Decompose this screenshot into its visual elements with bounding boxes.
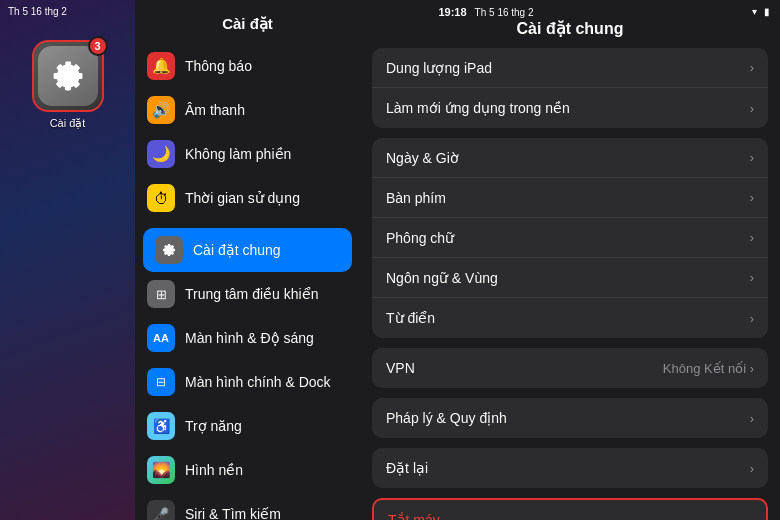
- detail-group-storage: Dung lượng iPad › Làm mới ứng dụng trong…: [372, 48, 768, 128]
- detail-content: Dung lượng iPad › Làm mới ứng dụng trong…: [360, 48, 780, 520]
- detail-item-ngon-ngu[interactable]: Ngôn ngữ & Vùng ›: [372, 258, 768, 298]
- cai-dat-chung-icon: [155, 236, 183, 264]
- khong-lam-phien-label: Không làm phiền: [185, 146, 291, 162]
- phap-ly-value: ›: [750, 411, 754, 426]
- ban-phim-label: Bàn phím: [386, 190, 446, 206]
- detail-group-language: Ngày & Giờ › Bàn phím › Phông chữ › Ngôn…: [372, 138, 768, 338]
- sidebar-item-thong-bao[interactable]: 🔔 Thông báo: [135, 44, 360, 88]
- ngon-ngu-label: Ngôn ngữ & Vùng: [386, 270, 498, 286]
- settings-items-list: 🔔 Thông báo 🔊 Âm thanh 🌙 Không làm phiền…: [135, 40, 360, 520]
- tat-may-label: Tắt máy: [388, 512, 440, 520]
- vpn-label: VPN: [386, 360, 415, 376]
- dat-lai-label: Đặt lại: [386, 460, 428, 476]
- lam-moi-value: ›: [750, 101, 754, 116]
- man-hinh-do-sang-label: Màn hình & Độ sáng: [185, 330, 314, 346]
- vpn-value: Không Kết nối ›: [663, 361, 754, 376]
- man-hinh-icon: AA: [147, 324, 175, 352]
- tro-nang-icon: ♿: [147, 412, 175, 440]
- thong-bao-label: Thông báo: [185, 58, 252, 74]
- home-panel: Th 5 16 thg 2 3 Cài đặt: [0, 0, 135, 520]
- thoi-gian-icon: ⏱: [147, 184, 175, 212]
- detail-group-legal: Pháp lý & Quy định ›: [372, 398, 768, 438]
- app-label: Cài đặt: [50, 117, 86, 130]
- tu-dien-value: ›: [750, 311, 754, 326]
- detail-item-vpn[interactable]: VPN Không Kết nối ›: [372, 348, 768, 388]
- dung-luong-value: ›: [750, 60, 754, 75]
- settings-icon-inner: [38, 46, 98, 106]
- dung-luong-label: Dung lượng iPad: [386, 60, 492, 76]
- tro-nang-label: Trợ năng: [185, 418, 242, 434]
- detail-item-tat-may[interactable]: Tắt máy: [374, 500, 766, 520]
- detail-item-tu-dien[interactable]: Từ điển ›: [372, 298, 768, 338]
- dat-lai-value: ›: [750, 461, 754, 476]
- detail-panel: Cài đặt chung Dung lượng iPad › Làm mới …: [360, 0, 780, 520]
- sidebar-item-khong-lam-phien[interactable]: 🌙 Không làm phiền: [135, 132, 360, 176]
- phap-ly-label: Pháp lý & Quy định: [386, 410, 507, 426]
- detail-item-lam-moi[interactable]: Làm mới ứng dụng trong nền ›: [372, 88, 768, 128]
- sidebar-item-cai-dat-chung[interactable]: Cài đặt chung: [143, 228, 352, 272]
- ngon-ngu-value: ›: [750, 270, 754, 285]
- siri-icon: 🎤: [147, 500, 175, 520]
- detail-group-reset: Đặt lại ›: [372, 448, 768, 488]
- notification-badge: 3: [88, 36, 108, 56]
- ngay-gio-label: Ngày & Giờ: [386, 150, 459, 166]
- gear-small-icon: [161, 242, 177, 258]
- hinh-nen-icon: 🌄: [147, 456, 175, 484]
- sidebar-item-siri[interactable]: 🎤 Siri & Tìm kiếm: [135, 492, 360, 520]
- sidebar-item-hinh-nen[interactable]: 🌄 Hình nền: [135, 448, 360, 492]
- trung-tam-label: Trung tâm điều khiển: [185, 286, 318, 302]
- settings-app-icon-wrapper[interactable]: 3 Cài đặt: [32, 40, 104, 130]
- detail-item-dung-luong[interactable]: Dung lượng iPad ›: [372, 48, 768, 88]
- am-thanh-label: Âm thanh: [185, 102, 245, 118]
- thong-bao-icon: 🔔: [147, 52, 175, 80]
- phong-chu-value: ›: [750, 230, 754, 245]
- cai-dat-chung-label: Cài đặt chung: [193, 242, 281, 258]
- thoi-gian-label: Thời gian sử dụng: [185, 190, 300, 206]
- detail-group-shutdown: Tắt máy: [372, 498, 768, 520]
- man-hinh-chinh-label: Màn hình chính & Dock: [185, 374, 331, 390]
- detail-group-vpn: VPN Không Kết nối ›: [372, 348, 768, 388]
- settings-list-panel: Cài đặt 🔔 Thông báo 🔊 Âm thanh 🌙 Không l…: [135, 0, 360, 520]
- hinh-nen-label: Hình nền: [185, 462, 243, 478]
- sidebar-item-thoi-gian-su-dung[interactable]: ⏱ Thời gian sử dụng: [135, 176, 360, 220]
- ngay-gio-value: ›: [750, 150, 754, 165]
- trung-tam-icon: ⊞: [147, 280, 175, 308]
- khong-lam-phien-icon: 🌙: [147, 140, 175, 168]
- status-time-left: Th 5 16 thg 2: [8, 6, 67, 17]
- detail-item-phong-chu[interactable]: Phông chữ ›: [372, 218, 768, 258]
- gear-icon: [49, 57, 87, 95]
- settings-panel-header: Cài đặt: [135, 0, 360, 40]
- detail-item-phap-ly[interactable]: Pháp lý & Quy định ›: [372, 398, 768, 438]
- sidebar-item-man-hinh-chinh[interactable]: ⊟ Màn hình chính & Dock: [135, 360, 360, 404]
- ban-phim-value: ›: [750, 190, 754, 205]
- phong-chu-label: Phông chữ: [386, 230, 454, 246]
- sidebar-item-tro-nang[interactable]: ♿ Trợ năng: [135, 404, 360, 448]
- sidebar-item-trung-tam[interactable]: ⊞ Trung tâm điều khiển: [135, 272, 360, 316]
- man-hinh-chinh-icon: ⊟: [147, 368, 175, 396]
- detail-item-ban-phim[interactable]: Bàn phím ›: [372, 178, 768, 218]
- detail-item-dat-lai[interactable]: Đặt lại ›: [372, 448, 768, 488]
- sidebar-item-man-hinh-do-sang[interactable]: AA Màn hình & Độ sáng: [135, 316, 360, 360]
- siri-label: Siri & Tìm kiếm: [185, 506, 281, 520]
- am-thanh-icon: 🔊: [147, 96, 175, 124]
- tu-dien-label: Từ điển: [386, 310, 435, 326]
- sidebar-item-am-thanh[interactable]: 🔊 Âm thanh: [135, 88, 360, 132]
- lam-moi-label: Làm mới ứng dụng trong nền: [386, 100, 570, 116]
- detail-panel-header: Cài đặt chung: [360, 0, 780, 48]
- detail-item-ngay-gio[interactable]: Ngày & Giờ ›: [372, 138, 768, 178]
